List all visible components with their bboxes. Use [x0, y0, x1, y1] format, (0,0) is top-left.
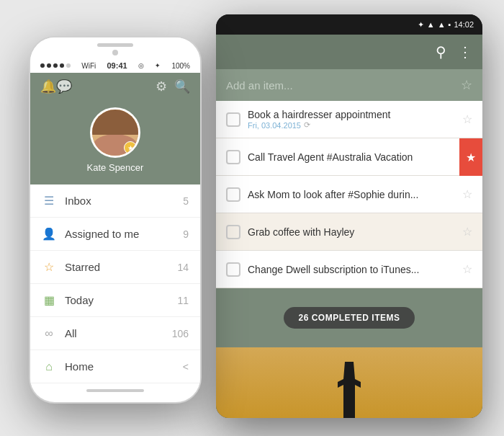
task-title: Ask Mom to look after #Sophie durin...: [248, 189, 455, 200]
sidebar-item-all[interactable]: ∞ All 106: [30, 317, 200, 350]
task-item[interactable]: Ask Mom to look after #Sophie durin... ☆: [216, 176, 482, 213]
battery-icon: ▪: [449, 20, 451, 29]
menu-count: 14: [177, 262, 189, 273]
task-subtitle: Fri, 03.04.2015 ⟳: [248, 120, 455, 130]
tablet-bottom-image: [216, 347, 482, 418]
home-indicator: [86, 389, 144, 392]
signal-dot: [53, 63, 58, 68]
menu-label: Starred: [65, 261, 168, 273]
location-icon: ◎: [138, 62, 144, 69]
tablet-status-icons: ✦ ▲ ▲ ▪ 14:02: [418, 20, 474, 30]
bluetooth-icon: ✦: [418, 20, 424, 30]
bell-icon[interactable]: 🔔: [40, 79, 56, 94]
more-options-icon[interactable]: ⋮: [458, 43, 472, 61]
signal-dots: [40, 63, 71, 68]
menu-label: Today: [65, 294, 168, 306]
all-icon: ∞: [42, 327, 56, 340]
completed-count-label: 26 COMPLETED ITEMS: [298, 313, 400, 323]
task-star-icon[interactable]: ☆: [462, 262, 472, 276]
task-checkbox[interactable]: [226, 187, 240, 202]
menu-count: 5: [183, 195, 189, 207]
sidebar-item-home[interactable]: ⌂ Home <: [30, 350, 200, 383]
sidebar-item-today[interactable]: ▦ Today 11: [30, 284, 200, 317]
task-item[interactable]: Grab coffee with Hayley ☆: [216, 213, 482, 251]
task-star-icon[interactable]: ☆: [462, 225, 472, 239]
task-star-icon[interactable]: ☆: [462, 112, 472, 126]
menu-label: All: [65, 327, 163, 339]
task-item[interactable]: Call Travel Agent #Australia Vacation ★: [216, 138, 482, 176]
time-display: 14:02: [454, 20, 474, 29]
task-content: Change Dwell subscription to iTunes...: [248, 264, 455, 275]
sidebar-item-starred[interactable]: ☆ Starred 14: [30, 251, 200, 284]
settings-icon[interactable]: ⚙: [156, 79, 167, 94]
task-date: Fri, 03.04.2015: [248, 121, 301, 130]
task-title: Grab coffee with Hayley: [248, 226, 455, 238]
task-item[interactable]: Book a hairdresser appointment Fri, 03.0…: [216, 101, 482, 138]
inbox-icon: ☰: [42, 194, 56, 208]
phone-profile: ★ Kate Spencer: [30, 100, 200, 184]
tablet-device: ✦ ▲ ▲ ▪ 14:02 ⚲ ⋮ ☆ Book a hairdresser a…: [216, 14, 482, 418]
wifi-label: WiFi: [81, 62, 96, 70]
hashtag-australia: #Australia: [327, 151, 372, 163]
hashtag-sophie: #Sophie: [348, 189, 384, 200]
reminder-icon: ⟳: [304, 120, 310, 130]
signal-dot: [40, 63, 45, 68]
phone-device: WiFi 09:41 ◎ ✦ 100% 🔔 💬 ⚙ 🔍 ★ Kate Spenc…: [29, 36, 202, 404]
task-list: Book a hairdresser appointment Fri, 03.0…: [216, 101, 482, 288]
task-checkbox[interactable]: [226, 150, 240, 164]
sidebar-item-assigned[interactable]: 👤 Assigned to me 9: [30, 218, 200, 251]
profile-avatar: ★: [90, 107, 140, 158]
filled-star-icon: ★: [466, 151, 476, 164]
phone-status-bar: WiFi 09:41 ◎ ✦ 100%: [30, 58, 200, 73]
task-checkbox[interactable]: [226, 225, 240, 239]
signal-icon: ▲: [438, 20, 446, 29]
signal-dot-empty: [66, 63, 71, 68]
add-star-icon[interactable]: ☆: [461, 77, 472, 93]
chat-icon[interactable]: 💬: [56, 79, 72, 94]
phone-camera: [112, 50, 118, 55]
star-badge: ★: [124, 141, 137, 154]
task-content: Ask Mom to look after #Sophie durin...: [248, 189, 455, 200]
add-item-bar[interactable]: ☆: [216, 69, 482, 101]
chevron-right-icon: <: [183, 361, 189, 373]
battery-label: 100%: [171, 62, 190, 70]
task-title: Book a hairdresser appointment: [248, 109, 455, 120]
task-checkbox[interactable]: [226, 262, 240, 277]
signal-dot: [60, 63, 64, 68]
phone-speaker: [97, 43, 133, 47]
add-item-input[interactable]: [226, 79, 461, 92]
starred-icon: ☆: [42, 260, 56, 274]
phone-header: 🔔 💬 ⚙ 🔍: [30, 73, 200, 100]
task-content: Grab coffee with Hayley: [248, 226, 455, 238]
wifi-icon: ▲: [427, 20, 435, 29]
task-star-icon[interactable]: ☆: [462, 187, 472, 201]
completed-items-badge[interactable]: 26 COMPLETED ITEMS: [284, 307, 414, 329]
tablet-toolbar: ⚲ ⋮: [216, 35, 482, 69]
signal-dot: [47, 63, 51, 68]
task-content: Book a hairdresser appointment Fri, 03.0…: [248, 109, 455, 130]
phone-top-bar: [30, 37, 200, 58]
menu-count: 106: [172, 328, 189, 339]
task-title: Call Travel Agent #Australia Vacation: [248, 151, 449, 163]
assigned-icon: 👤: [42, 227, 56, 241]
task-starred-bg[interactable]: ★: [459, 138, 482, 176]
home-icon: ⌂: [42, 360, 56, 373]
time-display: 09:41: [107, 61, 127, 70]
menu-label: Inbox: [65, 195, 174, 207]
profile-name: Kate Spencer: [87, 162, 144, 173]
task-checkbox[interactable]: [226, 112, 240, 127]
task-title: Change Dwell subscription to iTunes...: [248, 264, 455, 275]
phone-bottom-bar: [30, 383, 200, 398]
completed-area: 26 COMPLETED ITEMS: [216, 288, 482, 347]
menu-count: 9: [183, 228, 189, 240]
menu-label: Assigned to me: [65, 228, 174, 240]
search-icon[interactable]: ⚲: [436, 43, 446, 61]
task-item[interactable]: Change Dwell subscription to iTunes... ☆: [216, 251, 482, 288]
tower-silhouette: [335, 362, 364, 418]
search-icon[interactable]: 🔍: [174, 79, 190, 94]
menu-label: Home: [65, 360, 174, 373]
today-icon: ▦: [42, 293, 56, 307]
phone-menu: ☰ Inbox 5 👤 Assigned to me 9 ☆ Starred 1…: [30, 184, 200, 383]
sidebar-item-inbox[interactable]: ☰ Inbox 5: [30, 184, 200, 218]
task-content: Call Travel Agent #Australia Vacation: [248, 151, 449, 163]
